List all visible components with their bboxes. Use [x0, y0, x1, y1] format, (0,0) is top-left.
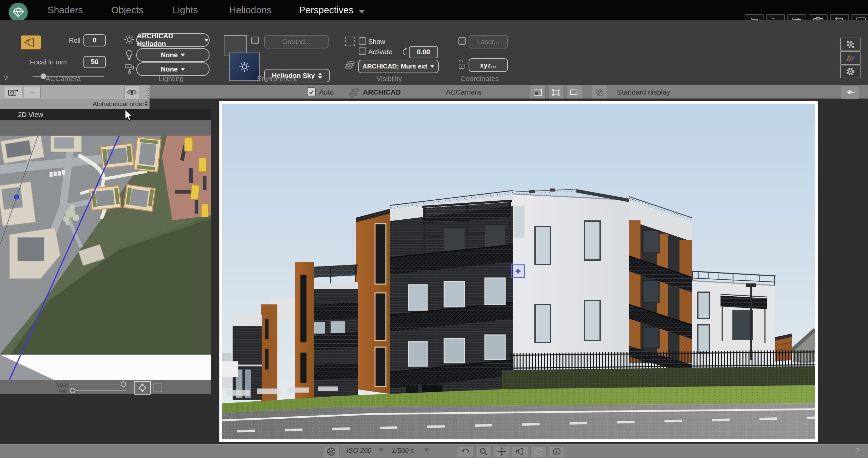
dropdown-caret	[180, 54, 185, 57]
target-point-marker[interactable]	[512, 265, 525, 278]
visibility-eye-button[interactable]	[124, 85, 139, 99]
near-label: Near	[55, 381, 68, 389]
undo-view-button[interactable]	[457, 445, 473, 457]
stepper-arrows-icon	[318, 73, 322, 79]
remove-camera-button[interactable]: –	[24, 86, 41, 98]
camera-flip-button[interactable]	[134, 381, 151, 395]
render-button[interactable]	[840, 38, 861, 51]
magnifier-icon	[479, 447, 488, 456]
fit-view-button[interactable]	[548, 86, 564, 99]
building-right-low	[691, 271, 776, 363]
far-label: Far	[58, 388, 67, 395]
focal-label: Focal in mm	[30, 58, 67, 66]
tab-perspectives[interactable]: Perspectives	[299, 0, 353, 20]
laser-button[interactable]: Laser...	[469, 35, 508, 48]
draft-quality-button[interactable]	[840, 51, 861, 65]
aspect-ratio-icon	[570, 88, 579, 96]
add-camera-icon	[8, 88, 19, 96]
focal-input[interactable]: 50	[83, 56, 106, 68]
sort-stepper-icon[interactable]	[144, 101, 148, 106]
site-map-2d-view[interactable]	[0, 136, 211, 380]
auto-label: Auto	[319, 88, 334, 96]
ground-checkbox[interactable]	[251, 37, 259, 44]
paint-roller-icon	[124, 64, 134, 75]
viewport-layout-button[interactable]	[530, 86, 546, 99]
tab-shaders[interactable]: Shaders	[47, 0, 83, 20]
undo-icon	[461, 448, 470, 455]
document-name[interactable]: ARCHICAD	[363, 88, 401, 96]
check-icon	[309, 90, 314, 94]
sun-icon	[124, 35, 134, 45]
iso-dropdown[interactable]: ISO 200	[347, 447, 371, 455]
mouse-cursor	[124, 109, 134, 123]
site-map	[0, 136, 211, 380]
section-lighting: Lighting	[159, 75, 184, 83]
angle-input[interactable]: 0.00	[409, 46, 438, 58]
info-button[interactable]	[549, 445, 565, 457]
camera-position-dot[interactable]	[15, 195, 19, 199]
2d-view-title: 2D View	[18, 111, 43, 119]
noise-preview-button[interactable]	[592, 86, 607, 99]
noise-icon	[595, 88, 604, 96]
camera-list-header: –	[0, 85, 150, 99]
pan-tool-button[interactable]	[494, 445, 510, 457]
render-control-bar: ISO 200 1/500 s	[0, 444, 868, 458]
add-camera-button[interactable]	[4, 86, 22, 98]
shaders-dropdown[interactable]: None	[136, 62, 210, 76]
shutter-dropdown[interactable]: 1/500 s	[392, 447, 414, 455]
clipping-option-box[interactable]	[153, 383, 162, 392]
camera-projection-icon	[515, 448, 525, 455]
camera-type-button[interactable]	[21, 35, 41, 49]
bulb-icon	[125, 49, 134, 60]
sort-order-dropdown[interactable]: Alphabetical order	[93, 100, 144, 108]
zoom-tool-button[interactable]	[475, 445, 492, 457]
auto-checkbox[interactable]	[307, 87, 316, 96]
camera-cone-icon	[24, 38, 38, 47]
viewport-layout-icon	[533, 88, 542, 96]
render-viewport[interactable]	[222, 104, 815, 439]
laser-checkbox[interactable]	[458, 37, 466, 45]
2d-view-panel-header[interactable]: 2D View	[0, 109, 211, 120]
rotate-icon	[401, 47, 408, 56]
activate-checkbox[interactable]	[359, 47, 366, 55]
flip-diamond-icon	[137, 383, 147, 393]
current-camera-name[interactable]: ACCamera	[446, 88, 481, 96]
iso-caret-icon[interactable]	[379, 449, 383, 452]
show-checkbox[interactable]	[359, 37, 366, 45]
lights-dropdown[interactable]: None	[136, 48, 210, 62]
selection-frame-icon	[345, 37, 355, 46]
tab-lights[interactable]: Lights	[173, 0, 198, 20]
roll-label: Roll	[69, 37, 80, 44]
help-button[interactable]: ?	[3, 74, 8, 83]
shutter-caret-icon[interactable]	[424, 449, 429, 452]
near-slider[interactable]	[68, 381, 129, 387]
layers-dropdown[interactable]: ARCHICAD; Murs ext - Pé	[358, 60, 439, 73]
heliodon-dropdown-value: ARCHICAD Heliodon	[137, 32, 201, 48]
aperture-button[interactable]	[323, 445, 339, 457]
display-mode-label[interactable]: Standard display	[617, 88, 670, 96]
sky-preview[interactable]	[229, 53, 260, 81]
gem-icon	[12, 5, 25, 19]
laser-tool-button[interactable]	[841, 85, 859, 99]
ground-button[interactable]: Ground...	[264, 35, 329, 48]
settings-button[interactable]	[840, 65, 861, 78]
camera-move-button[interactable]	[512, 445, 528, 457]
roll-input[interactable]: 0	[83, 34, 106, 46]
perspectives-menu-caret-icon[interactable]	[359, 9, 365, 15]
show-label: Show	[368, 38, 385, 46]
xyz-button[interactable]: xyz...	[469, 58, 508, 72]
tab-objects[interactable]: Objects	[111, 0, 143, 20]
far-slider[interactable]	[68, 387, 129, 394]
heliodon-dropdown[interactable]: ARCHICAD Heliodon	[136, 33, 210, 47]
top-bar: Shaders Objects Lights Heliodons Perspec…	[0, 0, 868, 20]
move-arrows-icon	[497, 447, 506, 456]
building-right-white	[513, 189, 629, 362]
unlock-icon[interactable]	[457, 60, 466, 70]
inspector-bar: Roll 0 Focal in mm 50 ? ACCamera ARCHICA…	[0, 20, 868, 86]
refresh-button[interactable]	[530, 445, 547, 457]
eye-icon	[127, 89, 137, 96]
section-accamera: ACCamera	[45, 75, 81, 83]
aspect-ratio-button[interactable]	[567, 86, 582, 99]
tab-heliodons[interactable]: Heliodons	[229, 0, 272, 20]
help-button-bottom[interactable]: ?	[855, 446, 860, 456]
